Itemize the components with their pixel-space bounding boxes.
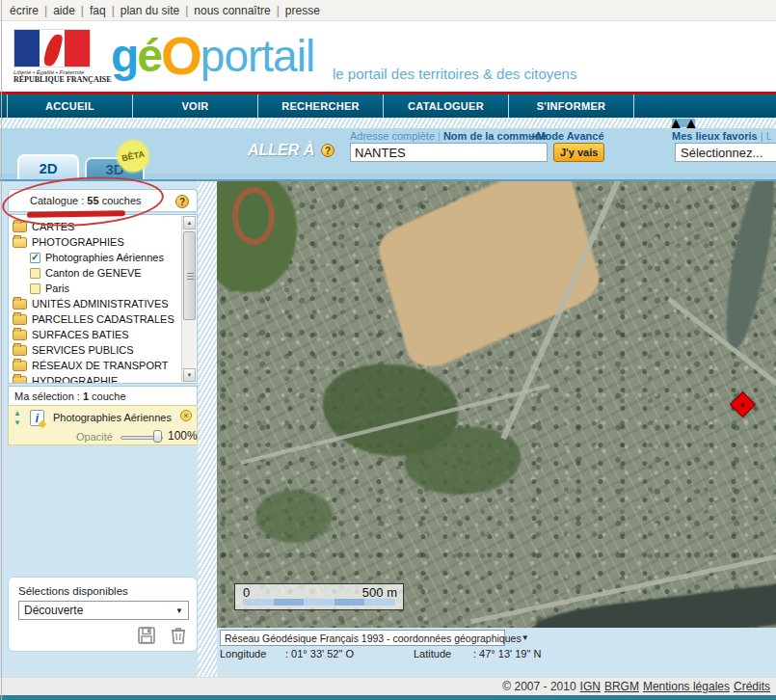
nav-sinformer[interactable]: S'INFORMER [509,94,634,118]
tree-label: Photographies Aériennes [45,252,164,263]
link-presse[interactable]: presse [285,4,320,17]
scrollbar-thumb[interactable] [183,231,196,320]
catalogue-header: Catalogue : 55 couches ? [8,189,198,212]
folder-icon [13,299,27,310]
link-ign[interactable]: IGN [580,680,601,693]
river-loire [533,582,776,628]
selected-layer-name: Photographies Aériennes [53,412,172,423]
move-layer-up-icon[interactable]: ▲ [13,410,21,417]
tree-label: RÉSEAUX DE TRANSPORT [32,360,168,371]
tree-item-photographies[interactable]: PHOTOGRAPHIES [13,234,179,250]
tree-label: CARTES [32,221,74,232]
goto-help-icon[interactable]: ? [321,144,334,157]
tab-2d[interactable]: 2D [17,154,79,179]
folder-icon [13,314,27,325]
remove-layer-icon[interactable]: × [180,410,192,421]
link-plan-du-site[interactable]: plan du site [120,4,179,17]
tree-label: HYDROGRAPHIE [32,375,118,384]
tree-label: PARCELLES CADASTRALES [32,313,174,325]
layer-info-icon[interactable]: i [30,410,44,426]
main-navigation: ACCUEIL VOIR RECHERCHER CATALOGUER S'INF… [0,92,776,118]
wooded-area [255,490,333,543]
selection-dropdown-value: Découverte [24,604,83,617]
favorites-link[interactable]: Mes lieux favoris [672,130,758,142]
scale-start: 0 [243,585,250,600]
move-layer-down-icon[interactable]: ▼ [13,419,21,427]
nav-cataloguer[interactable]: CATALOGUER [384,94,509,118]
map-location-marker[interactable] [730,391,756,417]
link-ecrire[interactable]: écrire [10,4,39,17]
layer-tree-panel: CARTES PHOTOGRAPHIES Photographies Aérie… [8,214,198,384]
separator: | [277,4,280,17]
river-erdre [715,181,776,351]
favorites-cut-text: | L [761,130,772,142]
coordinates-bar: Réseau Géodésique Français 1993 - coordo… [217,628,776,677]
layer-count: 55 [87,195,98,206]
tree-scrollbar[interactable]: ▲ ▼ [181,216,196,382]
road [667,297,776,526]
catalogue-title: Catalogue : 55 couches [30,195,142,206]
tree-item-reseaux-de-transport[interactable]: RÉSEAUX DE TRANSPORT [13,358,179,373]
main-content: Catalogue : 55 couches ? CARTES PHOTOGRA… [0,181,776,677]
chevron-down-icon: ▼ [522,633,529,642]
longitude-value: : 01° 33' 52" O [285,648,387,660]
tree-item-cartes[interactable]: CARTES [13,219,179,234]
tree-item-photographies-aeriennes[interactable]: Photographies Aériennes [13,250,179,265]
selection-title: Ma sélection : 1 couche [14,390,126,402]
tree-item-hydrographie[interactable]: HYDROGRAPHIE [13,373,179,384]
scroll-down-icon[interactable]: ▼ [183,368,196,382]
go-button[interactable]: J'y vais [553,143,604,162]
aerial-map-viewport[interactable]: 0 500 m [217,181,776,628]
footer: © 2007 - 2010 IGN BRGM Mentions légales … [0,677,776,695]
scroll-up-icon[interactable]: ▲ [183,216,196,229]
latitude-label: Latitude [414,648,473,660]
link-mentions-legales[interactable]: Mentions légales [643,680,730,693]
nav-voir[interactable]: VOIR [133,94,258,118]
checkbox-unchecked[interactable] [30,268,40,279]
catalogue-help-icon[interactable]: ? [175,195,189,208]
tree-item-surfaces-baties[interactable]: SURFACES BATIES [13,327,179,342]
nav-filler [634,94,776,118]
link-nous-connaitre[interactable]: nous connaître [194,4,270,17]
save-icon[interactable] [137,626,156,645]
crs-dropdown-value: Réseau Géodésique Français 1993 - coordo… [225,633,522,644]
opacity-slider-thumb[interactable] [153,430,162,443]
tree-label: PHOTOGRAPHIES [32,236,124,248]
opacity-value: 100% [168,429,198,443]
collapse-panel-button[interactable]: ▲▲ [672,119,695,127]
favorites-select[interactable]: Sélectionnez... [675,143,776,162]
folder-icon [13,222,27,232]
tree-item-services-publics[interactable]: SERVICES PUBLICS [13,342,179,358]
nav-rechercher[interactable]: RECHERCHER [258,94,384,118]
link-brgm[interactable]: BRGM [604,680,639,693]
checkbox-unchecked[interactable] [30,283,40,294]
address-label-left[interactable]: Adresse complète [350,130,435,142]
favorites-label: Mes lieux favoris | L [672,130,772,142]
trash-icon[interactable] [170,626,187,645]
address-field-label: Adresse complète|Nom de la commune [350,130,547,142]
commune-search-input[interactable] [350,143,548,162]
link-aide[interactable]: aide [53,4,75,17]
selection-dropdown[interactable]: Découverte ▼ [18,601,189,620]
logo-letter-o: O [161,28,201,84]
opacity-label: Opacité [76,431,113,443]
tree-item-paris[interactable]: Paris [13,281,179,296]
nav-accueil[interactable]: ACCUEIL [8,94,133,118]
folder-icon [13,361,27,371]
tree-item-unites-administratives[interactable]: UNITÉS ADMINISTRATIVES [13,296,179,311]
link-credits[interactable]: Crédits [734,680,770,693]
advanced-mode-link[interactable]: +Mode Avancé [530,130,604,142]
tree-label: Canton de GENEVE [45,267,142,279]
tree-label: Paris [45,283,69,294]
available-selections-panel: Sélections disponibles Découverte ▼ [8,577,198,652]
crs-dropdown[interactable]: Réseau Géodésique Français 1993 - coordo… [220,630,505,646]
link-faq[interactable]: faq [90,4,106,17]
map-scale-bar: 0 500 m [234,583,404,610]
checkbox-checked[interactable] [30,253,40,263]
copyright-text: © 2007 - 2010 [502,680,575,693]
tree-item-canton-de-geneve[interactable]: Canton de GENEVE [13,265,179,281]
separator: | [81,4,84,17]
tree-item-parcelles-cadastrales[interactable]: PARCELLES CADASTRALES [13,311,179,327]
geoportail-logo[interactable]: g é O portail [111,27,314,85]
lonlat-readout: Longitude : 01° 33' 52" O Latitude : 47°… [220,648,575,660]
